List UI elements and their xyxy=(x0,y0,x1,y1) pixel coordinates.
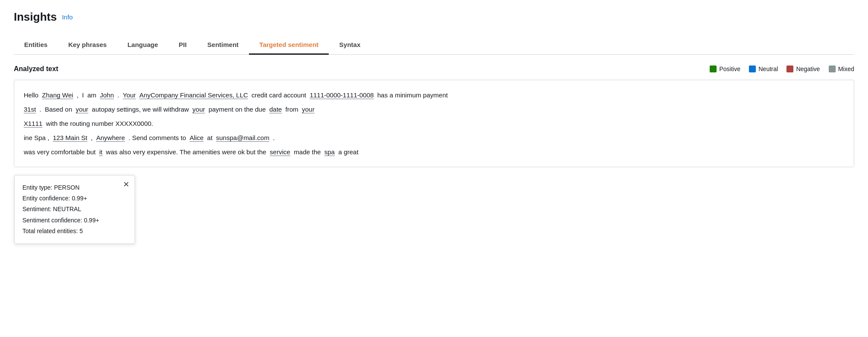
entity-anywhere[interactable]: Anywhere xyxy=(96,134,125,141)
word-from: from xyxy=(286,106,299,113)
word-based: Based on xyxy=(45,106,72,113)
legend-positive-label: Positive xyxy=(719,66,740,72)
word-comma2: , xyxy=(91,134,93,141)
word-was-comfortable: was very comfortable but xyxy=(24,148,96,156)
word-period1: . xyxy=(117,91,119,99)
popup-type-row: Entity type: PERSON xyxy=(22,182,127,193)
word-made-the: made the xyxy=(294,148,321,156)
word-ine-spa: ine Spa , xyxy=(24,134,49,141)
analyzed-text-section: Analyzed text Positive Neutral Negative … xyxy=(14,65,854,167)
entity-31st[interactable]: 31st xyxy=(24,106,36,113)
page-title: Insights xyxy=(14,10,57,24)
popup-sentiment-confidence-label: Sentiment confidence: xyxy=(22,217,82,224)
tab-pii[interactable]: PII xyxy=(168,36,197,55)
popup-sentiment-label: Sentiment: xyxy=(22,206,51,212)
legend-neutral: Neutral xyxy=(749,66,778,72)
tabs-list: Entities Key phrases Language PII Sentim… xyxy=(14,36,854,54)
legend-neutral-label: Neutral xyxy=(758,66,778,72)
entity-service[interactable]: service xyxy=(270,148,290,156)
text-line-1: Hello Zhang Wei , I am John . Your AnyCo… xyxy=(23,88,845,102)
popup-related-label: Total related entities: xyxy=(22,228,78,234)
word-hello: Hello xyxy=(24,91,38,99)
legend-positive: Positive xyxy=(710,66,740,72)
word-was-expensive: was also very expensive. The amenities w… xyxy=(106,148,267,156)
entity-date[interactable]: date xyxy=(269,106,282,113)
popup-related-row: Total related entities: 5 xyxy=(22,226,127,237)
entity-it[interactable]: it xyxy=(99,148,103,156)
word-credit-card-account: credit card account xyxy=(252,91,306,99)
tab-targeted-sentiment[interactable]: Targeted sentiment xyxy=(249,36,329,55)
popup-sentiment-row: Sentiment: NEUTRAL xyxy=(22,204,127,215)
tab-key-phrases[interactable]: Key phrases xyxy=(58,36,117,55)
word-a-great: a great xyxy=(338,148,359,156)
popup-sentiment-confidence-row: Sentiment confidence: 0.99+ xyxy=(22,215,127,226)
word-payment: payment on the due xyxy=(208,106,266,113)
entity-your2[interactable]: your xyxy=(75,106,88,113)
page-container: Insights Info Entities Key phrases Langu… xyxy=(0,0,868,337)
text-line-2: 31st . Based on your autopay settings, w… xyxy=(23,102,845,116)
word-autopay: autopay settings, we will withdraw xyxy=(92,106,189,113)
word-at: at xyxy=(207,134,213,141)
entity-john[interactable]: John xyxy=(100,91,114,99)
entity-account-number[interactable]: 1111-0000-1111-0008 xyxy=(310,91,374,99)
entity-popup-close-button[interactable]: ✕ xyxy=(123,181,129,188)
popup-type-label: Entity type: xyxy=(22,184,52,191)
tab-entities[interactable]: Entities xyxy=(14,36,58,55)
info-link[interactable]: Info xyxy=(62,13,73,21)
entity-your1[interactable]: Your xyxy=(123,91,136,99)
legend-negative: Negative xyxy=(786,66,820,72)
entity-email[interactable]: sunspa@mail.com xyxy=(216,134,270,141)
popup-confidence-value: 0.99+ xyxy=(72,195,87,202)
word-am: am xyxy=(87,91,96,99)
legend-mixed: Mixed xyxy=(829,66,854,72)
text-line-5: was very comfortable but it was also ver… xyxy=(23,145,845,159)
entity-your3[interactable]: your xyxy=(192,106,205,113)
word-has-minimum: has a minimum payment xyxy=(377,91,448,99)
entity-alice[interactable]: Alice xyxy=(189,134,204,141)
tab-language[interactable]: Language xyxy=(117,36,168,55)
positive-dot xyxy=(710,66,717,72)
word-period4: . xyxy=(273,134,275,141)
popup-related-value: 5 xyxy=(79,228,83,234)
entity-your4[interactable]: your xyxy=(302,106,314,113)
negative-dot xyxy=(786,66,793,72)
popup-sentiment-value: NEUTRAL xyxy=(53,206,81,212)
tab-syntax[interactable]: Syntax xyxy=(329,36,371,55)
tab-sentiment[interactable]: Sentiment xyxy=(197,36,249,55)
analyzed-text-header: Analyzed text Positive Neutral Negative … xyxy=(14,65,854,73)
analyzed-text-title: Analyzed text xyxy=(14,65,58,73)
legend: Positive Neutral Negative Mixed xyxy=(710,66,854,72)
text-content-box: ✕ Entity type: PERSON Entity confidence:… xyxy=(14,80,854,167)
popup-type-value: PERSON xyxy=(54,184,79,191)
word-comma1: , xyxy=(77,91,79,99)
entity-popup: ✕ Entity type: PERSON Entity confidence:… xyxy=(14,175,135,244)
word-with-routing: with the routing number XXXXX0000. xyxy=(46,120,153,127)
entity-anycompany[interactable]: AnyCompany Financial Services, LLC xyxy=(139,91,248,99)
popup-confidence-label: Entity confidence: xyxy=(22,195,70,202)
word-send-comments: . Send comments to xyxy=(129,134,186,141)
entity-zhang-wei[interactable]: Zhang Wei xyxy=(42,91,73,99)
entity-spa[interactable]: spa xyxy=(324,148,335,156)
tabs-container: Entities Key phrases Language PII Sentim… xyxy=(14,36,854,55)
popup-confidence-row: Entity confidence: 0.99+ xyxy=(22,193,127,204)
entity-123-main[interactable]: 123 Main St xyxy=(53,134,87,141)
mixed-dot xyxy=(829,66,836,72)
neutral-dot xyxy=(749,66,756,72)
legend-mixed-label: Mixed xyxy=(838,66,854,72)
entity-x1111[interactable]: X1111 xyxy=(24,120,42,127)
popup-sentiment-confidence-value: 0.99+ xyxy=(84,217,99,224)
page-header: Insights Info xyxy=(14,10,854,24)
word-i: I xyxy=(82,91,84,99)
legend-negative-label: Negative xyxy=(796,66,820,72)
word-period2: . xyxy=(40,106,41,113)
text-line-3: X1111 with the routing number XXXXX0000. xyxy=(23,116,845,131)
text-line-4: ine Spa , 123 Main St , Anywhere . Send … xyxy=(23,131,845,145)
